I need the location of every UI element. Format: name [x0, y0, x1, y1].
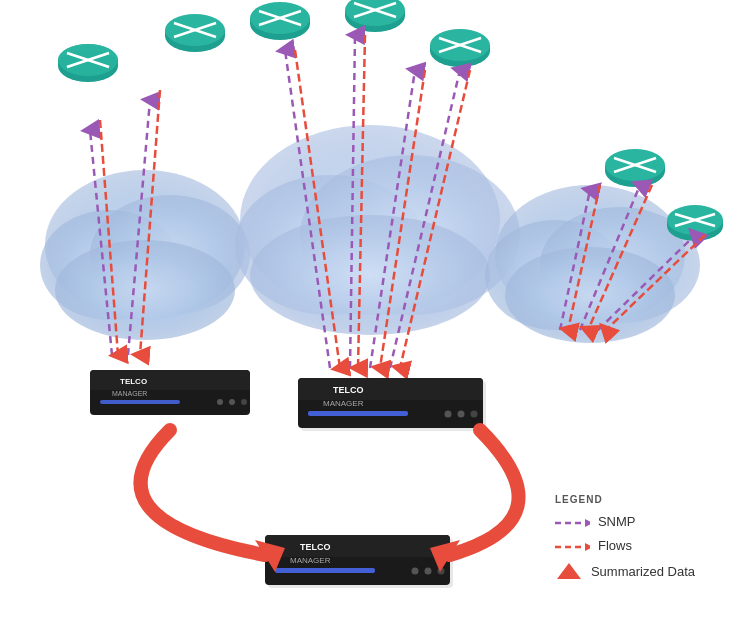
router-center-1 [250, 2, 310, 40]
router-center-3 [430, 29, 490, 67]
legend-item-summarized: Summarized Data [555, 561, 695, 581]
svg-point-69 [445, 411, 452, 418]
snmp-label: SNMP [598, 514, 636, 529]
legend-title: LEGEND [555, 494, 695, 505]
svg-point-61 [241, 399, 247, 405]
svg-text:MANAGER: MANAGER [112, 390, 147, 397]
telco-manager-left: TELCO MANAGER [90, 370, 250, 415]
summarized-label: Summarized Data [591, 564, 695, 579]
svg-text:MANAGER: MANAGER [290, 556, 331, 565]
router-left-2 [165, 14, 225, 52]
telco-manager-center: TELCO MANAGER [298, 378, 486, 431]
svg-text:TELCO: TELCO [120, 377, 147, 386]
svg-text:TELCO: TELCO [300, 542, 331, 552]
summarized-arrow-right [450, 430, 519, 555]
router-right-1 [605, 149, 665, 187]
flows-label: Flows [598, 538, 632, 553]
legend-item-snmp: SNMP [555, 513, 695, 529]
svg-point-8 [55, 240, 235, 340]
svg-point-70 [458, 411, 465, 418]
legend-item-flows: Flows [555, 537, 695, 553]
svg-point-80 [425, 568, 432, 575]
center-cloud [235, 125, 520, 335]
flows-legend-line [555, 537, 590, 553]
snmp-legend-line [555, 513, 590, 529]
svg-point-59 [217, 399, 223, 405]
svg-point-16 [505, 247, 675, 343]
svg-rect-68 [308, 411, 408, 416]
summarized-arrow-left [141, 430, 265, 555]
svg-marker-85 [585, 519, 590, 527]
legend: LEGEND SNMP Flows [540, 484, 710, 599]
svg-point-60 [229, 399, 235, 405]
svg-point-71 [471, 411, 478, 418]
router-left-1 [58, 44, 118, 82]
svg-marker-87 [585, 543, 590, 551]
svg-marker-88 [557, 563, 581, 579]
svg-point-12 [250, 215, 490, 335]
router-center-2 [345, 0, 405, 32]
svg-rect-58 [100, 400, 180, 404]
svg-rect-78 [275, 568, 375, 573]
svg-text:TELCO: TELCO [333, 385, 364, 395]
svg-point-79 [412, 568, 419, 575]
svg-text:MANAGER: MANAGER [323, 399, 364, 408]
left-cloud [40, 170, 250, 340]
network-diagram: TELCO MANAGER TELCO MANAGER [0, 0, 740, 619]
telco-manager-bottom: TELCO MANAGER [265, 535, 453, 588]
